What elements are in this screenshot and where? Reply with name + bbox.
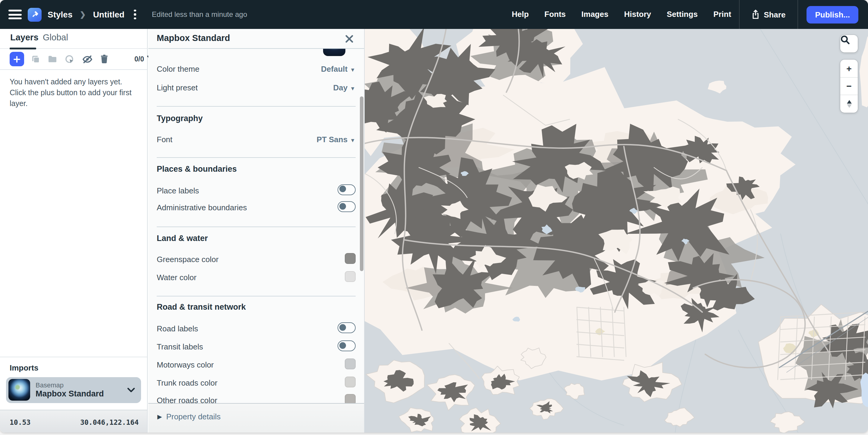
- topbar-nav-history[interactable]: History: [616, 0, 659, 29]
- row-label: Color theme: [157, 64, 199, 73]
- topbar-nav: HelpFontsImagesHistorySettingsPrint: [504, 0, 739, 29]
- hide-layer-eye-off-icon[interactable]: [82, 55, 93, 64]
- publish-button[interactable]: Publish...: [807, 6, 858, 23]
- administrative-boundaries-toggle[interactable]: [337, 201, 355, 212]
- font-select[interactable]: PT Sans▼: [317, 135, 355, 144]
- row-label: Place labels: [157, 186, 199, 195]
- row-light-preset: Light presetDay▼: [148, 81, 364, 95]
- map-canvas[interactable]: [364, 29, 868, 433]
- top-bar: Styles ❯ Untitled Edited less than a min…: [0, 0, 868, 29]
- basemap-globe-thumbnail: [8, 379, 30, 401]
- breadcrumb-chevron-icon: ❯: [80, 10, 86, 19]
- search-icon: [840, 35, 850, 44]
- section-divider: [157, 106, 355, 107]
- map-viewport[interactable]: + −: [364, 29, 868, 433]
- duplicate-layer-icon[interactable]: [31, 55, 40, 64]
- place-labels-toggle[interactable]: [337, 184, 355, 195]
- greenspace-color-swatch[interactable]: [344, 253, 355, 264]
- select-value: Day: [333, 83, 347, 92]
- tab-layers[interactable]: Layers: [10, 33, 38, 42]
- water-color-swatch[interactable]: [344, 271, 355, 282]
- style-panel-scroll-area: Color themeDefault▼Light presetDay▼Typog…: [148, 48, 364, 403]
- delete-layer-trash-icon[interactable]: [100, 54, 108, 64]
- toggle-knob: [339, 342, 346, 349]
- zoom-in-button[interactable]: +: [840, 60, 858, 77]
- chevron-down-icon: ▼: [350, 137, 355, 143]
- row-road-labels: Road labels: [148, 322, 364, 336]
- topbar-nav-fonts[interactable]: Fonts: [536, 0, 574, 29]
- other-roads-color-swatch[interactable]: [344, 394, 355, 403]
- add-layer-button[interactable]: [10, 52, 24, 66]
- sidebar-tabs: Layers Global: [0, 29, 147, 49]
- section-divider: [157, 157, 355, 158]
- share-icon: [752, 10, 760, 19]
- row-color-theme: Color themeDefault▼: [148, 63, 364, 76]
- road-labels-toggle[interactable]: [337, 322, 355, 333]
- tab-global[interactable]: Global: [43, 33, 68, 42]
- row-font: FontPT Sans▼: [148, 133, 364, 146]
- zoom-out-button[interactable]: −: [840, 77, 858, 95]
- property-details-toggle[interactable]: ▶ Property details: [157, 412, 221, 421]
- pitch-toggle-button[interactable]: [840, 95, 858, 112]
- section-heading-land-water: Land & water: [157, 234, 364, 243]
- group-layers-folder-icon[interactable]: [48, 55, 57, 63]
- breadcrumb-section[interactable]: Styles: [48, 10, 73, 19]
- chevron-down-icon[interactable]: [127, 387, 135, 393]
- layer-counter: 0/0: [134, 56, 144, 63]
- section-divider: [157, 227, 355, 227]
- layers-toolbar: 0/0: [0, 49, 147, 70]
- topbar-nav-print[interactable]: Print: [706, 0, 739, 29]
- expand-arrow-icon: ▶: [157, 413, 162, 420]
- row-label: Greenspace color: [157, 255, 218, 264]
- topbar-nav-images[interactable]: Images: [574, 0, 616, 29]
- import-basemap-row[interactable]: Basemap Mapbox Standard: [6, 377, 141, 403]
- transit-labels-toggle[interactable]: [337, 340, 355, 351]
- topbar-nav-settings[interactable]: Settings: [659, 0, 706, 29]
- style-options-kebab-icon[interactable]: [130, 8, 140, 21]
- select-value: PT Sans: [317, 135, 348, 144]
- chevron-down-icon: ▼: [350, 86, 355, 92]
- light-preset-thumbnail[interactable]: [323, 48, 345, 56]
- row-motorways-color: Motorways color: [148, 359, 364, 372]
- studio-logo-icon[interactable]: [28, 7, 41, 22]
- row-greenspace-color: Greenspace color: [148, 253, 364, 266]
- menu-icon[interactable]: [8, 10, 22, 19]
- row-administrative-boundaries: Administrative boundaries: [148, 201, 364, 214]
- map-status-bar: 10.53 30.046,122.164: [0, 409, 147, 433]
- style-panel-title: Mapbox Standard: [157, 33, 230, 43]
- share-label: Share: [764, 10, 785, 19]
- panel-scrollbar[interactable]: [360, 96, 363, 271]
- style-panel-header: Mapbox Standard: [148, 29, 364, 48]
- row-place-labels: Place labels: [148, 184, 364, 197]
- select-feature-icon[interactable]: [64, 54, 75, 64]
- map-zoom-controls: + −: [840, 60, 858, 112]
- row-label: Other roads color: [157, 396, 217, 403]
- color-theme-select[interactable]: Default▼: [321, 64, 355, 73]
- row-water-color: Water color: [148, 271, 364, 285]
- layers-empty-state: You haven't added any layers yet. Click …: [10, 77, 140, 109]
- coordinates-value: 30.046,122.164: [80, 418, 138, 426]
- row-label: Road labels: [157, 324, 198, 333]
- imports-section: Imports Basemap Mapbox Standard: [0, 356, 147, 403]
- topbar-nav-help[interactable]: Help: [504, 0, 536, 29]
- section-heading-typography: Typography: [157, 113, 364, 123]
- basemap-style-panel: Mapbox Standard Color themeDefault▼Light…: [148, 29, 364, 433]
- close-icon[interactable]: [343, 33, 355, 44]
- breadcrumb-style-title[interactable]: Untitled: [93, 10, 124, 19]
- light-preset-select[interactable]: Day▼: [333, 83, 355, 92]
- share-button[interactable]: Share: [740, 10, 798, 19]
- toggle-knob: [339, 203, 346, 210]
- import-name: Mapbox Standard: [36, 389, 104, 398]
- mapbox-studio-window: Styles ❯ Untitled Edited less than a min…: [0, 0, 868, 435]
- select-value: Default: [321, 64, 347, 73]
- plus-icon: [13, 55, 21, 63]
- import-kind: Basemap: [36, 381, 104, 389]
- trunk-roads-color-swatch[interactable]: [344, 376, 355, 388]
- motorways-color-swatch[interactable]: [344, 359, 355, 369]
- pitch-down-icon: [846, 104, 851, 108]
- pitch-up-icon: [846, 100, 851, 104]
- row-label: Transit labels: [157, 342, 203, 351]
- section-heading-places-boundaries: Places & boundaries: [157, 165, 364, 173]
- search-button[interactable]: [840, 35, 858, 52]
- row-label: Light preset: [157, 83, 198, 92]
